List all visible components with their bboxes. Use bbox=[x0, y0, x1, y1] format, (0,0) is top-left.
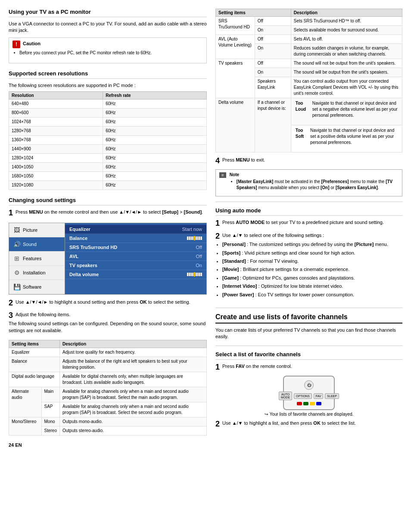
select-title: Select a list of favorite channels bbox=[215, 351, 402, 360]
equalizer-label: Equalizer bbox=[69, 227, 182, 232]
auto-step1-num: 1 bbox=[215, 219, 220, 227]
pc-monitor-section: Using your TV as a PC monitor Use a VGA … bbox=[9, 9, 207, 63]
favorites-main-title: Create and use lists of favorite channel… bbox=[215, 313, 402, 324]
sidebar-item-sound[interactable]: 🔊 Sound bbox=[9, 237, 65, 252]
balance-value bbox=[187, 236, 202, 241]
avl-label: AVL bbox=[69, 254, 196, 259]
menu-row-equalizer[interactable]: Equalizer Start now bbox=[65, 225, 206, 234]
right-column: Setting items Description SRS TruSurroun… bbox=[215, 9, 402, 448]
table-row: TV speakers Off The sound will not be ou… bbox=[216, 59, 402, 68]
list-item: [Sports] : Vivid picture settings and cl… bbox=[222, 250, 402, 256]
sidebar-item-picture[interactable]: 🖼 Picture bbox=[9, 223, 65, 237]
table-row: Balance Adjusts the balance of the right… bbox=[9, 357, 207, 372]
sidebar-item-installation[interactable]: ⚙ Installation bbox=[9, 266, 65, 280]
power-btn: ⏻ bbox=[304, 380, 314, 390]
fav-arrow-text: ↪ Your lists of favorite channels are di… bbox=[265, 412, 354, 417]
menu-row-srs[interactable]: SRS TruSurround HD Off bbox=[65, 243, 206, 252]
step4-num: 4 bbox=[215, 157, 220, 165]
remote-illustration: ⏻ AUTOMODE OPTIONS FAV SLEEP bbox=[215, 376, 402, 417]
left-column: Using your TV as a PC monitor Use a VGA … bbox=[9, 9, 207, 448]
caution-label: Caution bbox=[23, 41, 40, 46]
step3-content: 3 Adjust the following items. The follow… bbox=[9, 311, 207, 336]
yellow-btn bbox=[310, 402, 315, 405]
features-icon: ⊞ bbox=[13, 255, 20, 262]
color-buttons bbox=[297, 402, 321, 405]
sidebar-item-features[interactable]: ⊞ Features bbox=[9, 252, 65, 266]
step1-content: 1 Press MENU on the remote control and t… bbox=[9, 209, 207, 218]
sidebar-item-software[interactable]: 💾 Software bbox=[9, 280, 65, 294]
menu-row-tv-speakers[interactable]: TV speakers On bbox=[65, 261, 206, 270]
remote-top-row: ⏻ bbox=[304, 380, 314, 390]
tv-speakers-label: TV speakers bbox=[69, 263, 196, 268]
step1-text: Press MENU on the remote control and the… bbox=[9, 209, 207, 215]
sidebar-software-label: Software bbox=[23, 284, 41, 289]
setting-col-header: Setting items bbox=[9, 340, 60, 348]
table-row: Mono/Stereo Mono Outputs mono-audio. bbox=[9, 417, 207, 426]
favorites-section: Create and use lists of favorite channel… bbox=[215, 313, 402, 429]
sound-settings-table: Setting items Description Equalizer Adju… bbox=[9, 340, 207, 436]
table-row: Digital audio language Available for dig… bbox=[9, 372, 207, 387]
table-row: 1280×102460Hz bbox=[9, 154, 207, 163]
step2-num: 2 bbox=[9, 299, 13, 307]
fav-step1-num: 1 bbox=[215, 363, 220, 371]
picture-icon: 🖼 bbox=[13, 227, 20, 233]
resolutions-table: Resolution Refresh rate 640×48060Hz800×6… bbox=[9, 91, 207, 190]
fav-step2-content: 2 Use ▲/▼ to highlight a list, and then … bbox=[215, 420, 402, 429]
sidebar-installation-label: Installation bbox=[23, 270, 46, 275]
blue-btn bbox=[316, 402, 321, 405]
menu-main: Equalizer Start now Balance bbox=[65, 223, 206, 294]
auto-mode-section: Using auto mode 1 Press AUTO MODE to set… bbox=[215, 207, 402, 301]
auto-btn: AUTOMODE bbox=[279, 392, 292, 400]
list-item: [Internet Video] : Optimized for low bit… bbox=[222, 283, 402, 289]
table-row: Equalizer Adjust tone quality for each f… bbox=[9, 348, 207, 357]
pc-monitor-body: Use a VGA connector to connect a PC to y… bbox=[9, 21, 207, 34]
table-row: 1920×108060Hz bbox=[9, 181, 207, 190]
fav-step1-text: Press FAV on the remote control. bbox=[215, 363, 402, 370]
menu-row-balance[interactable]: Balance bbox=[65, 234, 206, 243]
menu-ui: 🖼 Picture 🔊 Sound ⊞ Features ⚙ Installat… bbox=[9, 223, 207, 295]
menu-sidebar: 🖼 Picture 🔊 Sound ⊞ Features ⚙ Installat… bbox=[9, 223, 65, 294]
list-item: [Movie] : Brilliant picture settings for… bbox=[222, 266, 402, 273]
sound-icon: 🔊 bbox=[13, 241, 20, 248]
auto-mode-title: Using auto mode bbox=[215, 207, 402, 216]
note-icon: ≡ bbox=[219, 172, 226, 178]
table-row: 1360×76860Hz bbox=[9, 136, 207, 145]
step2-text: Use ▲/▼/◄/► to highlight a sound setting… bbox=[9, 299, 207, 305]
table-row: 1680×105060Hz bbox=[9, 172, 207, 181]
fav-step2-num: 2 bbox=[215, 420, 220, 428]
resolutions-title: Supported screen resolutions bbox=[9, 70, 207, 79]
fav-step2-text: Use ▲/▼ to highlight a list, and then pr… bbox=[215, 420, 402, 426]
installation-icon: ⚙ bbox=[13, 269, 20, 276]
auto-step2-content: 2 Use ▲/▼ to select one of the following… bbox=[215, 232, 402, 301]
table-row: 1280×76860Hz bbox=[9, 127, 207, 136]
fav-btn[interactable]: FAV bbox=[314, 393, 324, 399]
remote-color-row bbox=[297, 402, 321, 405]
green-btn bbox=[303, 402, 308, 405]
caution-bullet: Before you connect your PC, set the PC m… bbox=[19, 50, 152, 56]
software-icon: 💾 bbox=[13, 283, 20, 290]
resolutions-intro: The following screen resolutions are sup… bbox=[9, 82, 207, 89]
table-row: Delta volume If a channel or input devic… bbox=[216, 98, 402, 125]
table-row: 1400×105060Hz bbox=[9, 163, 207, 172]
avl-value: Off bbox=[196, 254, 202, 259]
menu-row-avl[interactable]: AVL Off bbox=[65, 252, 206, 261]
options-btn: OPTIONS bbox=[294, 393, 312, 399]
menu-row-delta[interactable]: Delta volume bbox=[65, 270, 206, 279]
step3-body: The following sound settings can be conf… bbox=[9, 320, 207, 334]
step3-intro: Adjust the following items. bbox=[9, 311, 207, 318]
desc-col-header: Description bbox=[60, 340, 207, 348]
pc-monitor-title: Using your TV as a PC monitor bbox=[9, 9, 207, 17]
step2-content: 2 Use ▲/▼/◄/► to highlight a sound setti… bbox=[9, 299, 207, 308]
tv-speakers-value: On bbox=[196, 263, 202, 268]
srs-table: Setting items Description SRS TruSurroun… bbox=[215, 9, 402, 152]
equalizer-value: Start now bbox=[182, 227, 202, 232]
step1-num: 1 bbox=[9, 209, 13, 217]
sidebar-picture-label: Picture bbox=[23, 227, 37, 233]
sound-settings-section: Changing sound settings 1 Press MENU on … bbox=[9, 197, 207, 436]
table-row: SRS TruSurround HD Off Sets SRS TruSurro… bbox=[216, 17, 402, 26]
list-item: [Power Saver] : Eco TV settings for lowe… bbox=[222, 292, 402, 298]
list-item: [Personal] : The customized settings you… bbox=[222, 241, 402, 248]
auto-step2-intro: Use ▲/▼ to select one of the following s… bbox=[215, 232, 402, 239]
table-row: 640×48060Hz bbox=[9, 100, 207, 109]
note-content: Note [Master EasyLink] must be activated… bbox=[230, 172, 399, 193]
